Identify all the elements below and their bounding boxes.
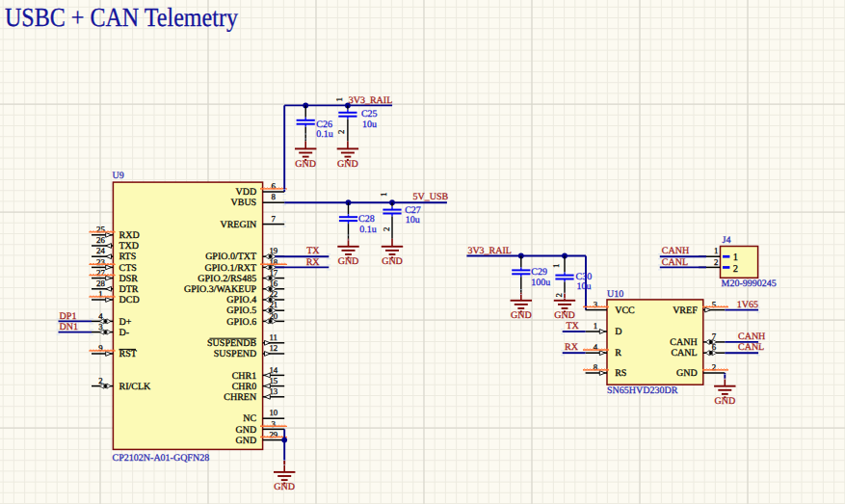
svg-text:10u: 10u: [362, 119, 377, 130]
svg-text:U9: U9: [113, 171, 124, 181]
svg-text:D-: D-: [119, 328, 130, 338]
svg-text:VCC: VCC: [615, 305, 635, 316]
svg-text:TX: TX: [306, 246, 320, 256]
svg-text:0.1u: 0.1u: [316, 129, 333, 140]
svg-text:DSR: DSR: [119, 274, 139, 284]
svg-text:26: 26: [96, 235, 105, 245]
svg-text:CANH: CANH: [670, 337, 697, 348]
svg-text:24: 24: [96, 246, 105, 255]
svg-text:2: 2: [336, 130, 346, 134]
svg-text:100u: 100u: [531, 278, 550, 288]
svg-text:2: 2: [554, 293, 564, 297]
svg-text:CHR1: CHR1: [232, 371, 257, 382]
svg-text:22: 22: [269, 289, 277, 299]
svg-text:11: 11: [270, 332, 277, 342]
svg-text:12: 12: [269, 343, 277, 353]
svg-text:CANH: CANH: [662, 246, 689, 256]
svg-text:RX: RX: [306, 257, 321, 268]
svg-text:D+: D+: [119, 317, 132, 328]
svg-text:GPIO.6: GPIO.6: [226, 317, 256, 328]
svg-text:D: D: [615, 327, 621, 337]
svg-text:DCD: DCD: [119, 295, 140, 305]
svg-text:GND: GND: [338, 256, 359, 267]
svg-text:GPIO.2/RS485: GPIO.2/RS485: [198, 274, 256, 284]
svg-text:C28: C28: [358, 214, 375, 225]
svg-text:GND: GND: [382, 256, 403, 267]
svg-text:2: 2: [714, 257, 718, 267]
svg-text:RXD: RXD: [119, 230, 140, 241]
svg-text:SN65HVD230DR: SN65HVD230DR: [607, 385, 678, 396]
svg-text:19: 19: [269, 246, 277, 255]
svg-text:1: 1: [334, 97, 344, 101]
svg-text:M20-9990245: M20-9990245: [722, 279, 777, 289]
svg-text:GND: GND: [511, 310, 532, 321]
svg-text:DP1: DP1: [60, 311, 77, 322]
svg-text:13: 13: [269, 386, 277, 396]
svg-text:RX: RX: [565, 342, 579, 353]
svg-text:1: 1: [714, 246, 718, 255]
svg-text:8: 8: [272, 192, 277, 201]
svg-text:10: 10: [269, 408, 277, 417]
svg-text:GPIO.4: GPIO.4: [226, 295, 256, 305]
svg-text:U10: U10: [607, 289, 623, 300]
svg-text:J4: J4: [723, 235, 731, 246]
svg-text:6: 6: [272, 181, 277, 191]
svg-text:GND: GND: [236, 436, 257, 446]
svg-text:29: 29: [269, 430, 277, 439]
svg-text:17: 17: [269, 268, 277, 278]
svg-text:GPIO.1/RXT: GPIO.1/RXT: [205, 263, 257, 274]
svg-text:DN1: DN1: [60, 322, 78, 332]
svg-text:RTS: RTS: [119, 252, 137, 262]
svg-text:RS: RS: [615, 368, 626, 379]
svg-text:GND: GND: [236, 425, 257, 436]
svg-text:VREGIN: VREGIN: [220, 220, 256, 230]
svg-text:GND: GND: [274, 482, 295, 492]
svg-text:7: 7: [272, 214, 277, 224]
svg-text:0.1u: 0.1u: [359, 225, 377, 235]
svg-text:3: 3: [272, 419, 277, 429]
svg-text:2: 2: [98, 376, 102, 385]
svg-text:20: 20: [269, 311, 277, 321]
svg-text:3V3_RAIL: 3V3_RAIL: [349, 95, 393, 106]
svg-text:GND: GND: [676, 368, 698, 379]
svg-text:2: 2: [382, 227, 391, 231]
svg-text:3: 3: [98, 322, 103, 332]
svg-text:RST: RST: [119, 349, 137, 359]
svg-text:14: 14: [269, 365, 277, 375]
svg-text:1: 1: [379, 193, 388, 197]
svg-text:15: 15: [269, 376, 277, 385]
svg-text:21: 21: [269, 300, 277, 309]
svg-text:10u: 10u: [406, 215, 420, 225]
svg-text:CP2102N-A01-GQFN28: CP2102N-A01-GQFN28: [113, 453, 210, 464]
svg-text:18: 18: [269, 257, 277, 267]
svg-text:R: R: [615, 348, 621, 358]
svg-text:NC: NC: [243, 413, 256, 424]
svg-text:SUSPEND: SUSPEND: [214, 349, 256, 359]
svg-text:CHREN: CHREN: [224, 392, 256, 403]
svg-text:TX: TX: [566, 321, 579, 332]
svg-text:GPIO.0/TXT: GPIO.0/TXT: [205, 252, 256, 262]
svg-text:CHR0: CHR0: [232, 382, 257, 392]
svg-text:TXD: TXD: [119, 241, 140, 252]
svg-text:CANL: CANL: [662, 257, 688, 268]
svg-text:SUSPENDB: SUSPENDB: [207, 338, 256, 349]
svg-text:GND: GND: [337, 159, 358, 170]
svg-text:CANH: CANH: [738, 332, 765, 342]
svg-text:CANL: CANL: [738, 342, 764, 353]
svg-text:VREF: VREF: [673, 305, 698, 316]
svg-text:GPIO.3/WAKEUP: GPIO.3/WAKEUP: [184, 284, 257, 295]
svg-text:1: 1: [551, 264, 561, 268]
svg-text:GPIO.5: GPIO.5: [226, 305, 256, 316]
svg-text:CANL: CANL: [671, 348, 697, 358]
svg-text:16: 16: [269, 279, 277, 288]
svg-text:DTR: DTR: [119, 284, 139, 295]
svg-text:5V_USB: 5V_USB: [413, 192, 449, 202]
svg-text:GND: GND: [714, 396, 735, 407]
svg-text:3V3_RAIL: 3V3_RAIL: [467, 246, 512, 256]
svg-text:4: 4: [98, 311, 103, 321]
svg-text:VDD: VDD: [236, 187, 257, 198]
svg-text:1: 1: [733, 252, 738, 263]
svg-text:2: 2: [733, 264, 738, 275]
svg-text:28: 28: [96, 279, 105, 288]
svg-text:1V65: 1V65: [737, 300, 758, 310]
